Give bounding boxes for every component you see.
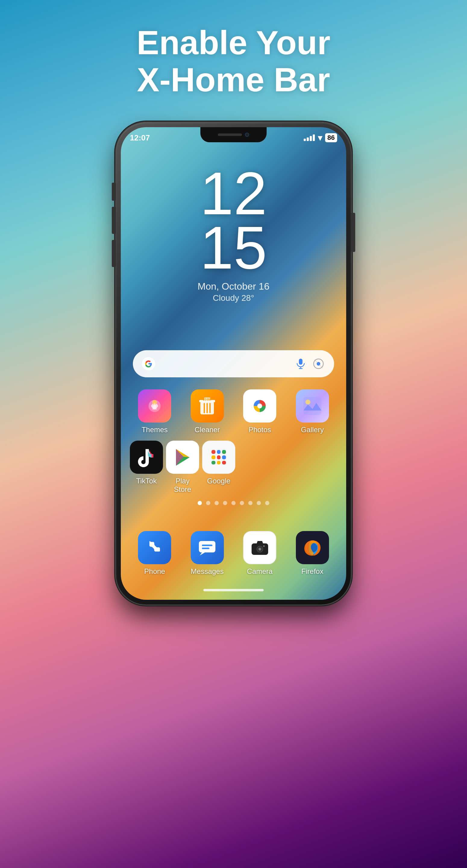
app-tiktok[interactable]: TikTok: [130, 441, 163, 494]
svg-rect-18: [199, 541, 215, 553]
app-grid-row2: TikTok: [130, 441, 220, 494]
page-dot-2: [206, 501, 210, 505]
page-dot-7: [248, 501, 252, 505]
themes-icon: [138, 390, 171, 423]
clock-date: Mon, October 16: [198, 281, 269, 292]
photos-icon: [243, 390, 276, 423]
search-bar[interactable]: [133, 350, 334, 377]
svg-point-15: [257, 404, 262, 408]
svg-text:359M: 359M: [203, 398, 211, 401]
headline: Enable Your X-Home Bar: [136, 24, 330, 98]
app-photos[interactable]: Photos: [235, 390, 285, 434]
firefox-icon: [296, 531, 329, 564]
phone-mockup: 12:07 ▾ 86 12 15 Mon, October 16: [116, 122, 351, 604]
clock-weather: Cloudy 28°: [198, 293, 269, 303]
page-dot-5: [231, 501, 236, 505]
cleaner-icon: 359M: [191, 390, 224, 423]
playstore-icon: [166, 441, 199, 474]
page-dot-4: [223, 501, 227, 505]
svg-rect-1: [299, 359, 303, 365]
notch: [200, 127, 267, 142]
headline-line2: X-Home Bar: [136, 61, 330, 98]
phone-screen: 12:07 ▾ 86 12 15 Mon, October 16: [121, 127, 346, 600]
home-bar: [204, 589, 263, 591]
page-dot-8: [257, 501, 261, 505]
dock: Phone Messages: [130, 531, 337, 576]
app-gallery[interactable]: Gallery: [288, 390, 337, 434]
gallery-icon: [296, 390, 329, 423]
messages-icon: [191, 531, 224, 564]
clock-widget: 12 15 Mon, October 16 Cloudy 28°: [198, 166, 269, 303]
app-grid-row1: Themes 359M Cleaner: [130, 390, 337, 434]
svg-point-26: [259, 548, 260, 550]
phone-icon: [138, 531, 171, 564]
dock-firefox[interactable]: Firefox: [288, 531, 337, 576]
notch-camera: [245, 133, 249, 137]
svg-marker-19: [200, 553, 205, 555]
page-dot-1: [198, 501, 202, 505]
page-dot-9: [265, 501, 269, 505]
dock-camera[interactable]: Camera: [235, 531, 285, 576]
app-playstore[interactable]: Play Store: [166, 441, 199, 494]
dock-phone[interactable]: Phone: [130, 531, 180, 576]
svg-point-27: [263, 545, 265, 547]
mute-button[interactable]: [112, 183, 116, 201]
page-dot-3: [215, 501, 219, 505]
svg-rect-16: [303, 397, 321, 415]
battery-indicator: 86: [325, 133, 337, 142]
app-cleaner[interactable]: 359M Cleaner: [183, 390, 232, 434]
tiktok-icon: [130, 441, 163, 474]
camera-icon: [243, 531, 276, 564]
google-icon: [202, 441, 235, 474]
svg-point-17: [306, 400, 310, 404]
dock-messages[interactable]: Messages: [183, 531, 232, 576]
status-time: 12:07: [130, 133, 150, 143]
volume-down-button[interactable]: [112, 240, 116, 267]
google-g-icon: [142, 357, 155, 370]
volume-up-button[interactable]: [112, 207, 116, 234]
headline-line1: Enable Your: [136, 24, 330, 61]
power-button[interactable]: [351, 213, 355, 252]
signal-bars-icon: [304, 134, 315, 141]
svg-rect-20: [202, 545, 212, 546]
notch-speaker: [218, 133, 242, 136]
app-google[interactable]: Google: [202, 441, 235, 494]
page-dot-6: [240, 501, 244, 505]
svg-rect-21: [202, 548, 209, 549]
status-right: ▾ 86: [304, 133, 337, 143]
clock-time: 12 15: [198, 166, 269, 275]
lens-icon[interactable]: [312, 357, 325, 370]
page-indicator: [198, 501, 269, 505]
wifi-icon: ▾: [318, 133, 322, 143]
app-themes[interactable]: Themes: [130, 390, 180, 434]
mic-icon[interactable]: [294, 357, 307, 370]
